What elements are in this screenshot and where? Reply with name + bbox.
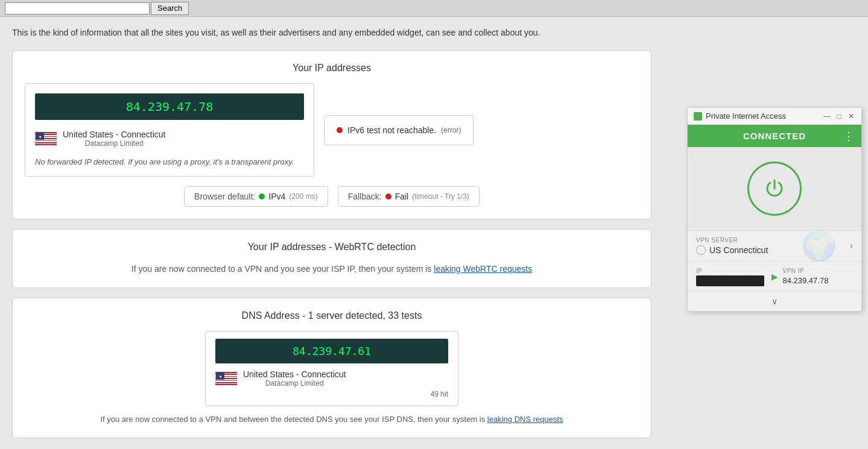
no-forwarded-text: No forwarded IP detected. If you are usi… [35,157,304,166]
ip-card-inner: 84.239.47.78 United States - Connecticut… [25,83,639,177]
page-info-text: This is the kind of information that all… [12,27,651,39]
pia-server-label: VPN SERVER [696,237,768,243]
dns-flag-row: United States - Connecticut Datacamp Lim… [215,369,448,388]
pia-titlebar: Private Internet Access — □ ✕ [688,108,861,125]
pia-menu-dots[interactable]: ⋮ [843,130,854,143]
location-name: United States - Connecticut [63,130,165,139]
flag-location-row: United States - Connecticut Datacamp Lim… [35,127,304,150]
dns-footer-before: If you are now connected to a VPN and be… [100,415,485,424]
browser-default-value: IPv4 [268,192,285,201]
dns-footer-text: If you are now connected to a VPN and be… [25,413,639,425]
pia-ip-section: IP ██████████ ▶ VPN IP 84.239.47.78 [688,261,861,291]
webrtc-text: If you are now connected to a VPN and yo… [25,262,639,275]
search-button[interactable]: Search [151,2,189,15]
fallback-timeout: (timeout - Try 1/3) [412,192,469,201]
pia-server-info: VPN SERVER US Connecticut [696,237,768,255]
world-map-watermark: 🌍 [801,229,837,263]
ip-card: Your IP addresses 84.239.47.78 United St… [12,50,651,219]
webrtc-card-title: Your IP addresses - WebRTC detection [25,242,639,253]
webrtc-card: Your IP addresses - WebRTC detection If … [12,229,651,288]
pia-arrow-icon: ▶ [771,272,778,281]
pia-ip-masked: ██████████ [696,275,764,286]
pia-ip-col: IP ██████████ [696,268,767,285]
pia-minimize-btn[interactable]: — [823,112,831,121]
fallback-value: Fail [395,192,409,201]
location-info: United States - Connecticut Datacamp Lim… [63,130,165,148]
pia-ip-masked-value: ██████████ [696,276,767,285]
pia-ip-label: IP [696,268,767,274]
pia-server-name: US Connecticut [696,245,768,255]
test-status-row: Browser default: IPv4 (200 ms) Fallback:… [25,186,639,207]
webrtc-text-before: If you are now connected to a VPN and yo… [131,264,432,274]
browser-default-dot [259,193,265,199]
search-input[interactable] [5,2,150,14]
dns-entry: 84.239.47.61 United States - Connecticut… [205,331,458,406]
browser-default-label: Browser default: [194,192,255,201]
page-content: This is the kind of information that all… [0,17,664,449]
ip-card-title: Your IP addresses [25,63,639,74]
pia-connected-bar: CONNECTED ⋮ [688,125,861,147]
pia-chevron-right-icon: › [850,240,853,251]
ipv6-error: (error) [441,126,461,134]
fallback-badge: Fallback: Fail (timeout - Try 1/3) [338,186,480,207]
ip-address-display: 84.239.47.78 [35,93,304,120]
pia-power-circle[interactable] [747,162,802,216]
dns-card-title: DNS Address - 1 server detected, 33 test… [25,310,639,321]
dns-location-name: United States - Connecticut [243,369,346,379]
pia-connected-text: CONNECTED [743,131,806,141]
pia-lock-icon [694,112,702,121]
ipv6-status-dot [337,127,343,133]
pia-vpn-ip-col: VPN IP 84.239.47.78 [783,268,854,285]
dns-hit-count: 49 hit [215,390,448,398]
fallback-label: Fallback: [348,192,382,201]
dns-location-isp: Datacamp Limited [243,379,346,388]
pia-chevron-down-icon: ∨ [771,297,778,306]
pia-power-icon [762,177,787,201]
ipv6-box: IPv6 test not reachable. (error) [324,115,474,145]
dns-location-info: United States - Connecticut Datacamp Lim… [243,369,346,388]
globe-icon [696,245,706,255]
fallback-dot [385,193,391,199]
pia-window-controls: — □ ✕ [823,112,855,121]
browser-default-badge: Browser default: IPv4 (200 ms) [184,186,328,207]
dns-us-flag-icon [215,372,237,385]
pia-vpn-ip-value: 84.239.47.78 [783,276,854,285]
pia-server-name-text: US Connecticut [709,245,768,255]
pia-close-btn[interactable]: ✕ [847,112,855,121]
ip-main-box: 84.239.47.78 United States - Connecticut… [25,83,314,177]
pia-restore-btn[interactable]: □ [835,112,843,121]
pia-expand-section[interactable]: ∨ [688,291,861,311]
pia-server-section[interactable]: VPN SERVER US Connecticut 🌍 › [688,230,861,261]
pia-power-area [688,147,861,230]
webrtc-leak-link[interactable]: leaking WebRTC requests [434,264,532,274]
dns-leak-link[interactable]: leaking DNS requests [487,415,563,424]
pia-title-text: Private Internet Access [706,111,786,121]
dns-ip-display: 84.239.47.61 [215,339,448,363]
pia-title-left: Private Internet Access [694,111,786,121]
pia-vpn-ip-label: VPN IP [783,268,854,274]
location-isp: Datacamp Limited [63,139,165,148]
ipv6-text: IPv6 test not reachable. [347,125,436,135]
pia-widget: Private Internet Access — □ ✕ CONNECTED … [687,107,862,312]
top-bar: Search [0,0,868,17]
browser-default-ms: (200 ms) [289,192,317,201]
dns-card: DNS Address - 1 server detected, 33 test… [12,298,651,438]
us-flag-icon [35,132,57,145]
